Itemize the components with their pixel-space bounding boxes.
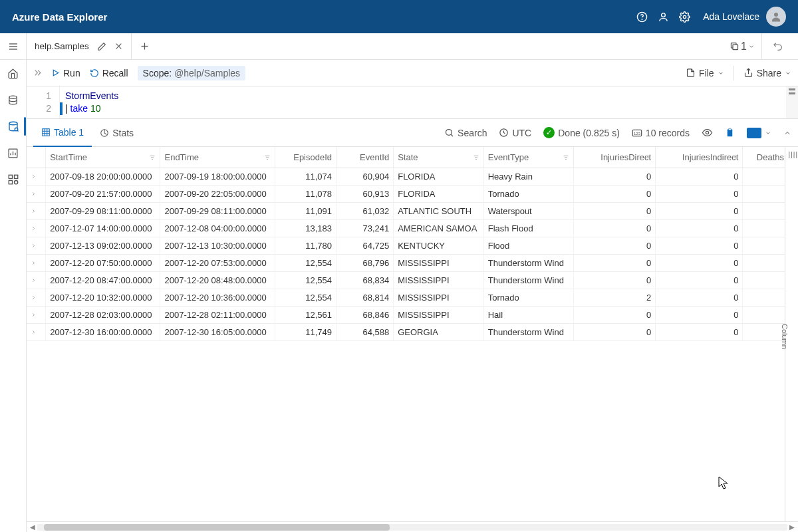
expand-row-icon[interactable] [27,186,46,203]
expand-row-icon[interactable] [27,272,46,289]
cell: 2007-12-20 08:48:00.0000 [160,272,275,289]
file-menu[interactable]: File [686,68,724,78]
scroll-thumb[interactable] [44,524,390,531]
col-header-InjuriesIndirect[interactable]: InjuriesIndirect [656,147,743,168]
filter-icon[interactable] [732,154,738,161]
filter-icon[interactable] [563,154,569,161]
view-mode-dropdown[interactable] [747,128,771,138]
feedback-icon[interactable] [652,6,674,27]
expand-row-icon[interactable] [27,168,46,186]
cell: 0 [656,203,743,220]
cell: 12,554 [275,255,336,272]
filter-icon[interactable] [382,154,389,161]
table-row[interactable]: 2007-12-20 10:32:00.00002007-12-20 10:36… [27,289,785,307]
filter-icon[interactable] [325,154,332,161]
timezone-toggle[interactable]: UTC [499,128,531,138]
cell: 0 [574,272,656,289]
cell: 2007-12-28 02:11:00.0000 [160,307,275,324]
grip-icon: |||| [789,151,798,158]
query-icon[interactable] [7,120,20,133]
cell: 0 [574,186,656,203]
horizontal-scrollbar[interactable]: ◀ ▶ [27,521,798,532]
filter-icon[interactable] [473,154,479,161]
scroll-right-icon[interactable]: ▶ [787,523,797,531]
col-header-EventType[interactable]: EventType [483,147,573,168]
table-row[interactable]: 2007-12-07 14:00:00.00002007-12-08 04:00… [27,220,785,237]
query-toolbar: Run Recall Scope: @help/Samples File Sha… [27,60,798,86]
recall-button[interactable]: Recall [90,68,128,78]
filter-icon[interactable] [149,154,156,161]
expand-row-icon[interactable] [27,220,46,237]
close-icon[interactable] [114,42,123,51]
user-name[interactable]: Ada Lovelace [703,11,759,22]
collapse-results-button[interactable] [783,129,791,137]
scroll-track[interactable] [37,524,787,531]
expand-toolbar-button[interactable] [33,68,42,77]
expand-row-icon[interactable] [27,203,46,220]
tab-stats-label: Stats [112,128,134,138]
cell: 0 [574,307,656,324]
cell: 2007-12-13 09:02:00.0000 [46,237,160,255]
undo-button[interactable] [766,33,790,59]
query-tab[interactable]: help.Samples [27,33,132,59]
scroll-left-icon[interactable]: ◀ [28,523,37,531]
hamburger-icon[interactable] [0,33,27,59]
cell: 11,780 [275,237,336,255]
table-row[interactable]: 2007-09-20 21:57:00.00002007-09-20 22:05… [27,186,785,203]
home-icon[interactable] [7,66,20,80]
expand-row-icon[interactable] [27,289,46,307]
add-tab-button[interactable] [132,33,158,59]
col-header-DeathsDirect[interactable]: DeathsDirect [743,147,785,168]
svg-point-23 [14,181,17,184]
expand-row-icon[interactable] [27,307,46,324]
col-header-EpisodeId[interactable]: EpisodeId [275,147,336,168]
settings-icon[interactable] [674,6,695,27]
check-icon: ✓ [543,127,555,138]
cell: 2007-09-29 08:11:00.0000 [46,203,160,220]
expand-row-icon[interactable] [27,237,46,255]
columns-panel-toggle[interactable]: |||| Column [785,147,798,521]
expand-row-icon[interactable] [27,324,46,341]
share-menu[interactable]: Share [743,68,791,78]
clipboard-button[interactable] [725,128,735,138]
cell [743,168,785,186]
table-row[interactable]: 2007-12-20 07:50:00.00002007-12-20 07:53… [27,255,785,272]
tab-table[interactable]: Table 1 [33,119,92,147]
filter-icon[interactable] [644,154,651,161]
dashboard-icon[interactable] [7,146,20,160]
mydata-icon[interactable] [7,173,20,186]
cell: 60,913 [336,186,394,203]
table-row[interactable]: 2007-09-29 08:11:00.00002007-09-29 08:11… [27,203,785,220]
col-header-EndTime[interactable]: EndTime [160,147,275,168]
filter-icon[interactable] [264,154,271,161]
cell: 2007-12-20 10:32:00.0000 [46,289,160,307]
run-button[interactable]: Run [51,68,80,78]
table-row[interactable]: 2007-12-20 08:47:00.00002007-12-20 08:48… [27,272,785,289]
editor-minimap[interactable] [786,86,798,118]
edit-icon[interactable] [97,42,106,51]
table-row[interactable]: 2007-12-30 16:00:00.00002007-12-30 16:05… [27,324,785,341]
table-row[interactable]: 2007-09-18 20:00:00.00002007-09-19 18:00… [27,168,785,186]
svg-point-13 [9,96,17,98]
col-header-InjuriesDirect[interactable]: InjuriesDirect [574,147,656,168]
query-editor[interactable]: 12 StormEvents | take 10 [27,86,798,119]
col-header-StartTime[interactable]: StartTime [46,147,160,168]
cell: MISSISSIPPI [394,272,484,289]
col-header-State[interactable]: State [394,147,484,168]
scope-selector[interactable]: Scope: @help/Samples [138,66,246,80]
cell: 0 [656,324,743,341]
copy-dropdown[interactable]: 1 [723,33,762,59]
help-icon[interactable] [631,6,652,27]
data-icon[interactable] [7,93,20,106]
hide-empty-button[interactable] [702,127,713,138]
col-header-EventId[interactable]: EventId [336,147,394,168]
search-results[interactable]: Search [444,128,487,138]
cell: 0 [574,220,656,237]
expand-row-icon[interactable] [27,255,46,272]
table-row[interactable]: 2007-12-13 09:02:00.00002007-12-13 10:30… [27,237,785,255]
table-row[interactable]: 2007-12-28 02:03:00.00002007-12-28 02:11… [27,307,785,324]
avatar[interactable] [766,7,786,27]
tab-stats[interactable]: Stats [92,119,142,147]
cell: MISSISSIPPI [394,255,484,272]
cell [743,186,785,203]
